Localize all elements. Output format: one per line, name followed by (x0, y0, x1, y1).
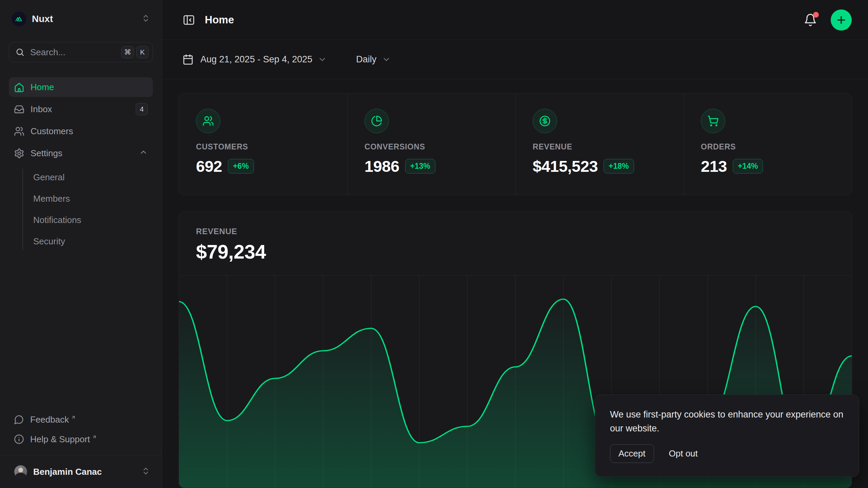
subnav-label: Notifications (33, 215, 81, 225)
stat-label: CUSTOMERS (196, 142, 347, 151)
external-link-icon (71, 412, 76, 422)
stat-card-conversions[interactable]: CONVERSIONS 1986 +13% (347, 94, 515, 195)
chevron-down-icon (382, 55, 391, 64)
dashboard-page: Nuxt Search... ⌘ K Home Inbox (0, 0, 868, 488)
stat-card-customers[interactable]: CUSTOMERS 692 +6% (179, 94, 347, 195)
search-input[interactable]: Search... ⌘ K (9, 42, 153, 62)
filter-bar: Aug 21, 2025 - Sep 4, 2025 Daily (162, 40, 868, 79)
search-icon (15, 47, 25, 57)
calendar-icon (182, 54, 194, 65)
chevron-up-icon (139, 148, 148, 159)
cookie-banner: We use first-party cookies to enhance yo… (595, 394, 859, 477)
stat-icon-circle (533, 109, 557, 133)
revenue-total: $79,234 (196, 240, 835, 263)
kbd-k: K (136, 46, 149, 58)
chevrons-up-down-icon (141, 467, 150, 477)
top-header: Home (162, 0, 868, 40)
granularity-select[interactable]: Daily (356, 54, 391, 65)
date-range-picker[interactable]: Aug 21, 2025 - Sep 4, 2025 (182, 54, 327, 65)
stat-label: ORDERS (701, 142, 852, 151)
stat-card-revenue[interactable]: REVENUE $415,523 +18% (515, 94, 684, 195)
opt-out-button[interactable]: Opt out (669, 448, 698, 459)
granularity-value: Daily (356, 54, 376, 65)
message-bubble-icon (14, 414, 24, 425)
pie-chart-icon (371, 115, 382, 127)
info-circle-icon (14, 434, 24, 444)
subnav-label: Security (33, 236, 65, 247)
sidebar: Nuxt Search... ⌘ K Home Inbox (0, 0, 162, 488)
sidebar-collapse-button[interactable] (182, 14, 195, 26)
stat-icon-circle (196, 109, 220, 133)
sidebar-item-settings[interactable]: Settings (9, 143, 153, 163)
home-icon (14, 82, 24, 93)
sidebar-item-help-support[interactable]: Help & Support (9, 429, 153, 449)
stat-value: $415,523 (533, 157, 598, 176)
sidebar-item-members[interactable]: Members (9, 188, 153, 209)
stat-value: 692 (196, 157, 222, 176)
chevron-down-icon (318, 55, 327, 64)
footer-link-label: Feedback (30, 414, 69, 425)
sidebar-item-customers[interactable]: Customers (9, 121, 153, 141)
sidebar-item-label: Customers (31, 126, 148, 137)
inbox-icon (14, 104, 24, 115)
gear-icon (14, 148, 24, 159)
stat-delta-badge: +13% (405, 159, 435, 174)
stat-card-orders[interactable]: ORDERS 213 +14% (684, 94, 852, 195)
sidebar-item-security[interactable]: Security (9, 231, 153, 252)
sidebar-item-general[interactable]: General (9, 167, 153, 188)
stat-delta-badge: +6% (228, 159, 254, 174)
sidebar-item-label: Home (31, 82, 148, 93)
stat-label: CONVERSIONS (364, 142, 515, 151)
team-switcher[interactable]: Nuxt (9, 10, 153, 28)
search-placeholder: Search... (30, 47, 121, 58)
date-range-value: Aug 21, 2025 - Sep 4, 2025 (200, 54, 312, 65)
notifications-button[interactable] (804, 13, 817, 27)
revenue-label: REVENUE (196, 227, 835, 236)
footer-link-label: Help & Support (30, 434, 90, 445)
users-icon (202, 115, 214, 127)
sidebar-item-label: Inbox (31, 104, 136, 115)
stats-strip: CUSTOMERS 692 +6% CONVERSIONS 1986 +13% (179, 93, 852, 195)
nuxt-logo-icon (12, 12, 26, 26)
user-name: Benjamin Canac (33, 467, 141, 477)
add-button[interactable] (831, 9, 852, 30)
plus-icon (835, 14, 847, 26)
stat-icon-circle (701, 109, 725, 133)
panel-left-icon (182, 14, 195, 26)
kbd-cmd: ⌘ (121, 46, 134, 58)
stat-value: 213 (701, 157, 727, 176)
shopping-cart-icon (707, 115, 719, 127)
avatar (14, 465, 27, 478)
stat-value: 1986 (364, 157, 399, 176)
notification-dot (813, 12, 819, 18)
accept-button[interactable]: Accept (610, 444, 654, 463)
stat-label: REVENUE (533, 142, 684, 151)
sidebar-item-home[interactable]: Home (9, 77, 153, 97)
brand-name: Nuxt (32, 14, 141, 24)
inbox-count-badge: 4 (136, 103, 148, 115)
user-menu[interactable]: Benjamin Canac (0, 455, 162, 488)
stat-icon-circle (364, 109, 389, 133)
sidebar-item-label: Settings (31, 148, 139, 159)
stat-delta-badge: +14% (733, 159, 763, 174)
stat-delta-badge: +18% (604, 159, 634, 174)
sidebar-item-inbox[interactable]: Inbox 4 (9, 99, 153, 119)
sidebar-item-notifications[interactable]: Notifications (9, 209, 153, 231)
sidebar-spacer (0, 252, 162, 410)
cookie-message: We use first-party cookies to enhance yo… (610, 408, 844, 435)
sidebar-item-feedback[interactable]: Feedback (9, 410, 153, 429)
settings-subnav: General Members Notifications Security (9, 167, 153, 252)
subnav-label: Members (33, 194, 70, 204)
chevrons-up-down-icon (141, 14, 150, 24)
subnav-label: General (33, 172, 65, 183)
page-title: Home (205, 14, 804, 26)
dollar-circle-icon (539, 115, 551, 127)
external-link-icon (92, 431, 97, 442)
users-icon (14, 126, 24, 137)
sidebar-nav: Home Inbox 4 Customers Settings Ge (9, 77, 153, 252)
